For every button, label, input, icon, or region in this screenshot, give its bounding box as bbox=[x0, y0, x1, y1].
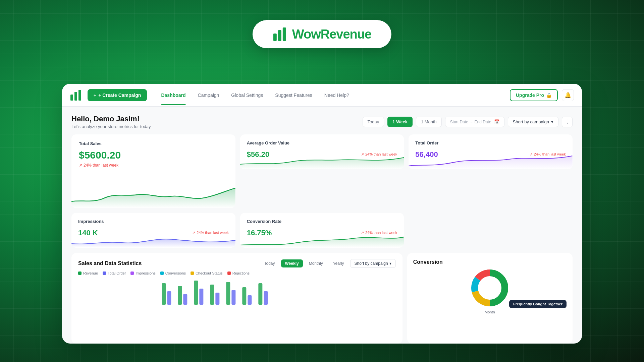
sales-stats-title: Sales and Data Statistics bbox=[78, 260, 142, 266]
filter-1week-button[interactable]: 1 Week bbox=[387, 117, 413, 127]
month-label: Month bbox=[413, 310, 567, 314]
legend-rejections-label: Rejections bbox=[232, 271, 250, 275]
legend-revenue-dot bbox=[78, 272, 82, 275]
bell-icon: 🔔 bbox=[565, 92, 571, 98]
svg-rect-8 bbox=[194, 281, 198, 305]
conversion-rate-label: Conversion Rate bbox=[247, 219, 397, 224]
logo-text: WowRevenue bbox=[292, 27, 371, 42]
time-yearly-button[interactable]: Yearly bbox=[329, 259, 348, 267]
nav-right: Upgrade Pro 🔒 🔔 bbox=[510, 89, 574, 101]
legend-revenue: Revenue bbox=[78, 271, 98, 275]
legend-checkout-dot bbox=[191, 272, 194, 275]
total-sales-change: ↗ 24% than last week bbox=[79, 163, 228, 168]
legend-revenue-label: Revenue bbox=[83, 271, 98, 275]
svg-rect-12 bbox=[258, 283, 262, 305]
svg-rect-9 bbox=[210, 285, 214, 305]
total-order-chart bbox=[409, 153, 573, 169]
conversion-chart-area: Frequently Bought Together bbox=[413, 268, 567, 308]
legend-rejections-dot bbox=[227, 272, 231, 275]
nav-dashboard[interactable]: Dashboard bbox=[155, 85, 192, 105]
avg-order-card: Average Order Value $56.20 ↗ 24% than la… bbox=[240, 134, 404, 169]
legend-conversions-dot bbox=[160, 272, 164, 275]
nav-logo-icon bbox=[70, 89, 82, 101]
avg-order-chart bbox=[240, 153, 404, 169]
svg-rect-18 bbox=[248, 295, 252, 305]
total-order-label: Total Order bbox=[415, 140, 566, 145]
tooltip-text: Frequently Bought Together bbox=[513, 302, 562, 306]
svg-rect-10 bbox=[226, 282, 230, 305]
total-sales-label: Total Sales bbox=[79, 141, 228, 146]
frequently-bought-tooltip: Frequently Bought Together bbox=[509, 300, 567, 308]
crown-icon: 🔒 bbox=[546, 93, 552, 98]
date-placeholder: Start Date → End Date bbox=[450, 120, 491, 124]
top-nav: + + Create Campaign Dashboard Campaign G… bbox=[62, 84, 582, 107]
more-icon: ⋮ bbox=[565, 119, 570, 125]
svg-rect-16 bbox=[215, 293, 219, 305]
legend-checkout-label: Checkout Status bbox=[196, 271, 223, 275]
sales-sort-button[interactable]: Short by campaign ▾ bbox=[350, 259, 396, 268]
svg-rect-0 bbox=[273, 34, 277, 41]
greeting-block: Hello, Demo Jasim! Let's analyze your st… bbox=[71, 115, 152, 129]
header-row: Hello, Demo Jasim! Let's analyze your st… bbox=[71, 115, 573, 129]
total-sales-card: Total Sales $5600.20 ↗ 24% than last wee… bbox=[71, 134, 235, 208]
nav-campaign[interactable]: Campaign bbox=[192, 85, 225, 105]
svg-rect-15 bbox=[199, 289, 203, 305]
bottom-section: Sales and Data Statistics Today Weekly M… bbox=[71, 253, 573, 344]
notification-bell-button[interactable]: 🔔 bbox=[562, 89, 574, 101]
svg-point-25 bbox=[478, 277, 501, 299]
svg-rect-4 bbox=[74, 92, 77, 101]
chevron-down-icon: ▾ bbox=[551, 119, 553, 124]
impressions-chart bbox=[71, 231, 235, 248]
svg-rect-3 bbox=[70, 95, 73, 101]
conversion-title: Conversion bbox=[413, 259, 567, 265]
svg-rect-13 bbox=[167, 291, 171, 305]
content-area: Hello, Demo Jasim! Let's analyze your st… bbox=[62, 107, 582, 344]
upgrade-pro-button[interactable]: Upgrade Pro 🔒 bbox=[510, 89, 558, 101]
conversion-rate-chart bbox=[240, 231, 404, 248]
more-options-button[interactable]: ⋮ bbox=[562, 117, 573, 127]
date-range-input[interactable]: Start Date → End Date 📅 bbox=[445, 117, 504, 127]
legend-conversions-label: Conversions bbox=[165, 271, 186, 275]
nav-need-help[interactable]: Need Help? bbox=[318, 85, 355, 105]
total-sales-value: $5600.20 bbox=[79, 149, 228, 161]
sales-stats-card: Sales and Data Statistics Today Weekly M… bbox=[71, 253, 402, 344]
svg-rect-5 bbox=[78, 90, 81, 101]
svg-rect-17 bbox=[231, 290, 235, 305]
legend-total-order: Total Order bbox=[103, 271, 126, 275]
logo-pill: WowRevenue bbox=[253, 20, 391, 48]
nav-suggest-features[interactable]: Suggest Features bbox=[269, 85, 318, 105]
filter-today-button[interactable]: Today bbox=[363, 117, 384, 127]
time-monthly-button[interactable]: Monthly bbox=[305, 259, 327, 267]
sort-dropdown[interactable]: Short by campaign ▾ bbox=[508, 117, 558, 127]
upgrade-pro-label: Upgrade Pro bbox=[516, 93, 544, 98]
sales-sort-label: Short by campaign bbox=[355, 261, 388, 266]
sales-stats-chart bbox=[78, 278, 396, 305]
time-today-button[interactable]: Today bbox=[260, 259, 279, 267]
legend-impressions-dot bbox=[130, 272, 134, 275]
legend-rejections: Rejections bbox=[227, 271, 250, 275]
calendar-icon: 📅 bbox=[494, 119, 499, 124]
total-sales-change-text: 24% than last week bbox=[84, 163, 118, 168]
legend-conversions: Conversions bbox=[160, 271, 186, 275]
plus-icon: + bbox=[94, 93, 96, 98]
nav-links: Dashboard Campaign Global Settings Sugge… bbox=[155, 85, 510, 105]
create-campaign-button[interactable]: + + Create Campaign bbox=[88, 89, 147, 101]
legend-total-order-dot bbox=[103, 272, 106, 275]
svg-rect-19 bbox=[264, 291, 268, 305]
impressions-card: Impressions 140 K ↗ 24% than last week bbox=[71, 213, 235, 248]
time-weekly-button[interactable]: Weekly bbox=[281, 259, 303, 267]
logo-icon bbox=[273, 27, 287, 42]
stats-grid: Total Sales $5600.20 ↗ 24% than last wee… bbox=[71, 134, 573, 248]
total-order-card: Total Order 56,400 ↗ 24% than last week bbox=[409, 134, 573, 169]
dashboard-card: + + Create Campaign Dashboard Campaign G… bbox=[62, 84, 582, 344]
chevron-down-icon-2: ▾ bbox=[389, 261, 391, 266]
total-sales-chart bbox=[71, 181, 235, 208]
create-campaign-label: + Create Campaign bbox=[98, 93, 141, 98]
impressions-label: Impressions bbox=[78, 219, 229, 224]
subtitle-text: Let's analyze your store metrics for tod… bbox=[71, 124, 152, 129]
arrow-up-icon: ↗ bbox=[79, 163, 82, 168]
nav-global-settings[interactable]: Global Settings bbox=[225, 85, 269, 105]
filter-1month-button[interactable]: 1 Month bbox=[416, 117, 442, 127]
legend-impressions: Impressions bbox=[130, 271, 155, 275]
svg-rect-6 bbox=[162, 283, 166, 305]
